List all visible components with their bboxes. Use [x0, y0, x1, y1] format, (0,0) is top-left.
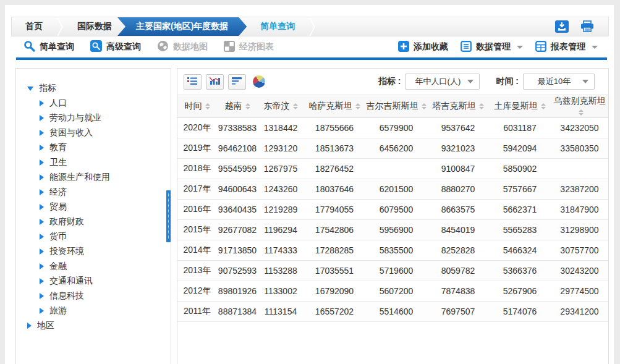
breadcrumb-tab-international-data[interactable]: 国际数据 — [64, 17, 125, 36]
sidebar-item-label: 投资环境 — [49, 246, 84, 257]
sidebar-item-8[interactable]: 政府财政 — [28, 214, 171, 229]
sidebar-item-10[interactable]: 投资环境 — [28, 244, 171, 259]
list-view-button[interactable] — [184, 74, 202, 90]
sidebar-item-6[interactable]: 经济 — [28, 185, 171, 200]
value-cell: 6579900 — [365, 118, 427, 138]
sidebar-item-14[interactable]: 旅游 — [28, 303, 171, 318]
expand-icon[interactable] — [40, 174, 44, 180]
sidebar-item-2[interactable]: 贫困与收入 — [28, 125, 171, 140]
expand-icon[interactable] — [40, 219, 44, 225]
sort-icon[interactable] — [355, 103, 360, 109]
column-header-7[interactable]: 乌兹别克斯坦 — [551, 95, 608, 118]
expand-icon[interactable] — [40, 278, 44, 284]
column-header-5[interactable]: 塔吉克斯坦 — [427, 95, 489, 118]
sidebar-item-3[interactable]: 教育 — [28, 140, 171, 155]
search-icon — [23, 40, 35, 54]
sidebar-item-9[interactable]: 货币 — [28, 229, 171, 244]
sort-icon[interactable] — [541, 103, 546, 109]
value-cell: 5565283 — [489, 220, 551, 240]
value-cell: 1318442 — [258, 118, 304, 138]
combo-chart-view-icon — [210, 76, 220, 87]
horizontal-bar-view-button[interactable] — [228, 74, 246, 90]
sort-icon[interactable] — [579, 109, 584, 116]
column-header-6[interactable]: 土库曼斯坦 — [489, 95, 551, 118]
sidebar-item-4[interactable]: 卫生 — [28, 155, 171, 170]
year-cell: 2019年 — [177, 138, 217, 159]
sidebar-item-13[interactable]: 信息科技 — [28, 289, 171, 303]
table-row: 2018年95545959126797518276452910084758509… — [177, 159, 608, 179]
collapse-icon[interactable] — [27, 87, 33, 91]
value-cell: 6031187 — [489, 118, 551, 138]
data-management-button[interactable]: 数据管理 — [461, 41, 523, 54]
add-favorite-button[interactable]: 添加收藏 — [398, 41, 448, 54]
value-cell — [365, 159, 427, 179]
expand-icon[interactable] — [40, 130, 44, 136]
advanced-search-icon — [90, 40, 102, 54]
main-panel: 指标 : 年中人口(人) 时间 : 最近10年 时间越南东帝汶哈萨克斯坦吉尔吉斯… — [177, 68, 609, 364]
breadcrumb-tab-simple-query[interactable]: 简单查询 — [247, 17, 308, 36]
sort-icon[interactable] — [205, 103, 210, 109]
sort-icon[interactable] — [422, 103, 427, 109]
expand-icon[interactable] — [40, 115, 44, 121]
indicator-select[interactable]: 年中人口(人) — [405, 74, 480, 90]
print-icon[interactable] — [580, 20, 595, 33]
time-select[interactable]: 最近10年 — [523, 74, 595, 90]
column-header-2[interactable]: 东帝汶 — [258, 95, 304, 118]
expand-icon[interactable] — [27, 323, 32, 329]
expand-icon[interactable] — [40, 293, 44, 299]
column-header-4[interactable]: 吉尔吉斯斯坦 — [365, 95, 427, 118]
sort-icon[interactable] — [479, 103, 484, 109]
sort-icon[interactable] — [293, 103, 298, 109]
sidebar-item-7[interactable]: 贸易 — [28, 200, 171, 214]
sidebar-item-12[interactable]: 交通和通讯 — [28, 274, 171, 289]
economic-chart-button: 经济图表 — [224, 41, 274, 54]
sidebar-item-11[interactable]: 金融 — [28, 259, 171, 274]
simple-query-button[interactable]: 简单查询 — [23, 40, 74, 54]
sidebar-item-label: 贸易 — [49, 201, 67, 213]
sidebar-section-region[interactable]: 地区 — [16, 318, 171, 333]
report-management-button[interactable]: 报表管理 — [535, 41, 598, 54]
expand-icon[interactable] — [40, 189, 44, 195]
expand-icon[interactable] — [40, 100, 44, 106]
value-cell: 33580350 — [551, 138, 608, 159]
breadcrumb-tab-annual-data-active[interactable]: 主要国家(地区)年度数据 — [117, 17, 247, 36]
sort-icon[interactable] — [245, 103, 250, 109]
sidebar-item-label: 交通和通讯 — [49, 276, 93, 287]
value-cell — [551, 159, 608, 179]
combo-chart-view-button[interactable] — [206, 74, 224, 90]
breadcrumb-tab-home[interactable]: 首页 — [12, 17, 56, 36]
column-label: 时间 — [185, 101, 202, 111]
chevron-down-icon[interactable] — [592, 46, 598, 49]
report-management-icon — [535, 41, 546, 54]
expand-icon[interactable] — [40, 263, 44, 269]
column-header-3[interactable]: 哈萨克斯坦 — [304, 95, 365, 118]
time-filter-label: 时间 : — [496, 76, 519, 87]
pie-chart-view-button[interactable] — [250, 75, 267, 89]
sidebar-item-label: 劳动力与就业 — [49, 112, 101, 124]
expand-icon[interactable] — [40, 159, 44, 166]
sidebar-item-0[interactable]: 人口 — [28, 96, 171, 111]
expand-icon[interactable] — [40, 308, 44, 314]
sidebar-section-indicators[interactable]: 指标 — [16, 81, 171, 96]
expand-icon[interactable] — [40, 145, 44, 151]
expand-icon[interactable] — [40, 204, 44, 210]
chevron-down-icon[interactable] — [517, 46, 523, 49]
value-cell: 31847900 — [551, 200, 608, 220]
value-cell: 30243200 — [551, 261, 608, 281]
table-row: 2015年92677082119629417542806595690084540… — [177, 220, 608, 240]
sidebar-item-1[interactable]: 劳动力与就业 — [28, 111, 171, 125]
table-row: 2020年97338583131844218755666657990095376… — [177, 118, 608, 138]
column-header-0[interactable]: 时间 — [177, 95, 217, 118]
sidebar-item-label: 贫困与收入 — [49, 127, 93, 138]
advanced-query-button[interactable]: 高级查询 — [90, 40, 141, 54]
download-icon[interactable] — [555, 20, 569, 33]
expand-icon[interactable] — [40, 234, 44, 240]
sidebar-item-label: 教育 — [49, 142, 67, 153]
table-row: 2017年94600643124326018037646620150088802… — [177, 179, 608, 200]
advanced-query-label: 高级查询 — [106, 41, 141, 53]
chevron-down-icon — [582, 80, 588, 83]
expand-icon[interactable] — [40, 248, 44, 255]
sidebar-item-5[interactable]: 能源生产和使用 — [28, 170, 171, 185]
column-header-1[interactable]: 越南 — [217, 95, 258, 118]
sidebar-scrollbar-thumb[interactable] — [166, 190, 171, 242]
